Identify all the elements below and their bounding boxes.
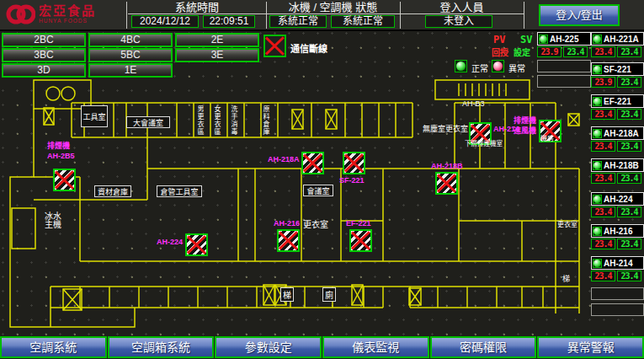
sv-value: 23.4 <box>617 46 641 57</box>
nav-button-alarm[interactable]: 異常警報 <box>537 336 644 358</box>
nav-button-meter-monitor[interactable]: 儀表監視 <box>322 336 429 358</box>
empty-slot <box>591 287 644 300</box>
nav-button-password-auth[interactable]: 密碼權限 <box>430 336 537 358</box>
floor-button-3bc[interactable]: 3BC <box>2 48 86 62</box>
ahu-status-icon[interactable] <box>277 229 300 252</box>
unit-button-ef-221[interactable]: EF-221 <box>591 94 644 108</box>
ahu-status-icon[interactable] <box>301 152 324 174</box>
room-label: 原料倉庫 <box>262 105 269 136</box>
unit-values: 23.4 23.4 <box>591 206 641 217</box>
pv-sub-label: 回授 <box>492 46 508 58</box>
room-label: 更衣室 <box>303 221 328 229</box>
sv-value: 23.4 <box>617 173 641 184</box>
unit-button-ah-216[interactable]: AH-216 <box>591 224 644 238</box>
login-logout-button[interactable]: 登入/登出 <box>539 4 620 26</box>
unit-values: 23.4 23.4 <box>591 238 641 249</box>
room-label: AH-B3 <box>462 99 485 108</box>
nav-button-ahu-system[interactable]: 空調箱系統 <box>108 336 215 358</box>
machine-status-label: 冰機 / 空調機 狀態 <box>266 1 400 13</box>
equipment-label: AH-216 <box>274 219 300 228</box>
nav-button-ac-system[interactable]: 空調系統 <box>0 336 107 358</box>
unit-button-ah-214[interactable]: AH-214 <box>591 256 644 270</box>
room-label: 下層排煙機室 <box>465 140 503 148</box>
room-label: 廁 <box>322 287 336 302</box>
room-label: 會議室 <box>303 185 333 196</box>
sv-value: 23.4 <box>617 141 641 152</box>
header-bar: 宏亞食品 HUNYA FOODS 系統時間 冰機 / 空調機 狀態 登入人員 2… <box>0 0 644 31</box>
pv-value: 23.4 <box>591 46 615 57</box>
unit-button-ah-225[interactable]: AH-225 <box>537 32 591 46</box>
sv-sub-label: 設定 <box>514 46 530 58</box>
unit-button-sf-221[interactable]: SF-221 <box>591 62 644 76</box>
nav-button-param-settings[interactable]: 參數設定 <box>215 336 322 358</box>
divider <box>126 2 127 29</box>
date-value: 2024/12/12 <box>131 15 199 28</box>
divider <box>128 13 524 14</box>
led-abnormal-icon <box>492 60 504 72</box>
ahu-status-icon[interactable] <box>185 233 208 256</box>
unit-values: 23.9 23.4 <box>537 46 588 57</box>
room-label: 男更衣區 <box>196 105 204 136</box>
empty-slot <box>591 303 644 316</box>
equipment-label: 排煙機 <box>47 142 70 150</box>
ahu-status-icon[interactable] <box>53 169 76 191</box>
led-normal-icon <box>593 35 602 44</box>
sv-value: 23.4 <box>617 271 641 281</box>
led-normal-icon <box>593 161 602 170</box>
unit-button-ah-218b[interactable]: AH-218B <box>591 158 644 172</box>
chiller-status-value: 系統正常 <box>269 15 327 28</box>
pv-value: 23.4 <box>591 173 615 184</box>
logo-title: 宏亞食品 <box>39 4 96 18</box>
login-status-value: 未登入 <box>425 15 492 28</box>
room-label: 梯 <box>562 275 570 283</box>
equipment-label: SF-221 <box>339 176 365 185</box>
pv-value: 23.4 <box>591 271 615 281</box>
ahu-status-icon[interactable] <box>349 229 372 252</box>
sv-value: 23.4 <box>563 46 588 57</box>
room-label: 梯 <box>280 287 294 302</box>
unit-values: 23.4 23.4 <box>591 141 641 152</box>
floor-button-4bc[interactable]: 4BC <box>88 33 173 47</box>
legend-normal-label: 正常 <box>471 62 488 74</box>
logo-mark-icon <box>5 2 35 27</box>
hmi-screen: 排煙機 AH-2B5 AH-224 AH-216 EF-221 AH-218A … <box>0 0 644 359</box>
pv-column-label: PV <box>493 34 505 46</box>
floor-button-3d[interactable]: 3D <box>2 63 86 78</box>
room-label: 洗手消毒 <box>230 105 237 136</box>
unit-values: 23.4 23.4 <box>591 46 641 57</box>
equipment-label: EF-221 <box>346 219 371 228</box>
comm-disconnect-icon <box>263 35 286 57</box>
comm-disconnect-label: 通信斷線 <box>290 41 327 55</box>
pv-value: 23.9 <box>591 77 615 88</box>
floor-button-2bc[interactable]: 2BC <box>2 33 86 47</box>
led-normal-icon <box>539 35 548 44</box>
floor-button-2e[interactable]: 2E <box>175 33 259 47</box>
floor-button-3e[interactable]: 3E <box>175 48 259 62</box>
logo: 宏亞食品 HUNYA FOODS <box>5 2 96 27</box>
empty-slot <box>537 60 591 72</box>
room-label: 機房 <box>540 135 554 143</box>
login-user-label: 登入人員 <box>400 1 524 13</box>
equipment-label: 排煙機 <box>514 116 536 125</box>
ahu-status-icon[interactable] <box>435 172 458 195</box>
ahu-status-icon[interactable] <box>343 152 365 174</box>
led-normal-icon <box>593 129 602 138</box>
unit-values: 23.4 23.4 <box>591 109 641 120</box>
led-normal-icon <box>593 65 602 74</box>
floor-button-5bc[interactable]: 5BC <box>88 48 173 62</box>
unit-button-ah-218a[interactable]: AH-218A <box>591 126 644 140</box>
equipment-label: 進風機 <box>514 126 536 135</box>
sv-value: 23.4 <box>617 238 641 249</box>
sv-value: 23.4 <box>617 77 641 88</box>
equipment-label: AH-218A <box>268 155 300 163</box>
equipment-label: AH-224 <box>157 238 183 246</box>
pv-value: 23.4 <box>591 238 615 249</box>
room-label: 冰水主機 <box>44 212 62 229</box>
footer-bar: 空調系統 空調箱系統 參數設定 儀表監視 密碼權限 異常警報 <box>0 336 644 359</box>
room-label: 無塵室更衣室 <box>423 125 468 133</box>
unit-button-ah-224[interactable]: AH-224 <box>591 192 644 206</box>
pv-value: 23.4 <box>591 206 615 217</box>
time-value: 22:09:51 <box>203 15 255 28</box>
floor-button-1e[interactable]: 1E <box>88 63 173 78</box>
unit-button-ah-221a[interactable]: AH-221A <box>591 32 644 46</box>
